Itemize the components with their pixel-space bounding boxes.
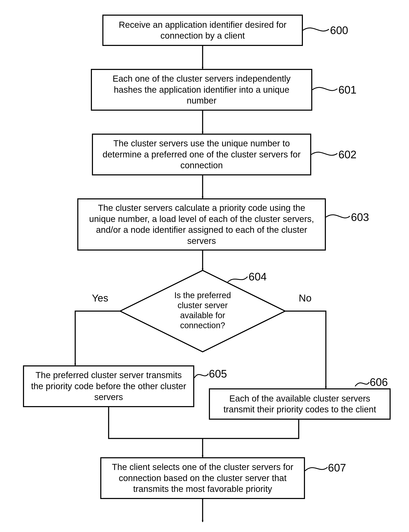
- step-602: The cluster servers use the unique numbe…: [92, 134, 311, 175]
- step-606-text: Each of the available cluster servers tr…: [216, 393, 383, 415]
- decision-604-text: Is the preferred cluster server availabl…: [165, 290, 240, 330]
- step-602-text: The cluster servers use the unique numbe…: [99, 138, 304, 171]
- label-601: 601: [338, 83, 357, 96]
- label-606: 606: [370, 376, 388, 388]
- step-607: The client selects one of the cluster se…: [100, 457, 305, 499]
- branch-no: No: [299, 292, 311, 304]
- step-600-text: Receive an application identifier desire…: [110, 19, 296, 41]
- label-605: 605: [209, 367, 227, 380]
- decision-604-text-span: Is the preferred cluster server availabl…: [174, 291, 231, 330]
- step-600: Receive an application identifier desire…: [102, 15, 303, 46]
- step-603-text: The cluster servers calculate a priority…: [84, 202, 318, 246]
- label-607: 607: [328, 461, 346, 474]
- step-606: Each of the available cluster servers tr…: [209, 388, 390, 420]
- step-601-text: Each one of the cluster servers independ…: [98, 73, 305, 106]
- step-603: The cluster servers calculate a priority…: [77, 198, 326, 251]
- step-607-text: The client selects one of the cluster se…: [108, 462, 298, 495]
- label-602: 602: [338, 148, 357, 161]
- label-600: 600: [330, 24, 348, 37]
- step-605-text: The preferred cluster server transmits t…: [30, 370, 187, 403]
- label-603: 603: [351, 211, 369, 223]
- label-604: 604: [249, 270, 267, 283]
- step-601: Each one of the cluster servers independ…: [91, 69, 312, 111]
- branch-yes: Yes: [92, 292, 108, 304]
- step-605: The preferred cluster server transmits t…: [23, 365, 194, 407]
